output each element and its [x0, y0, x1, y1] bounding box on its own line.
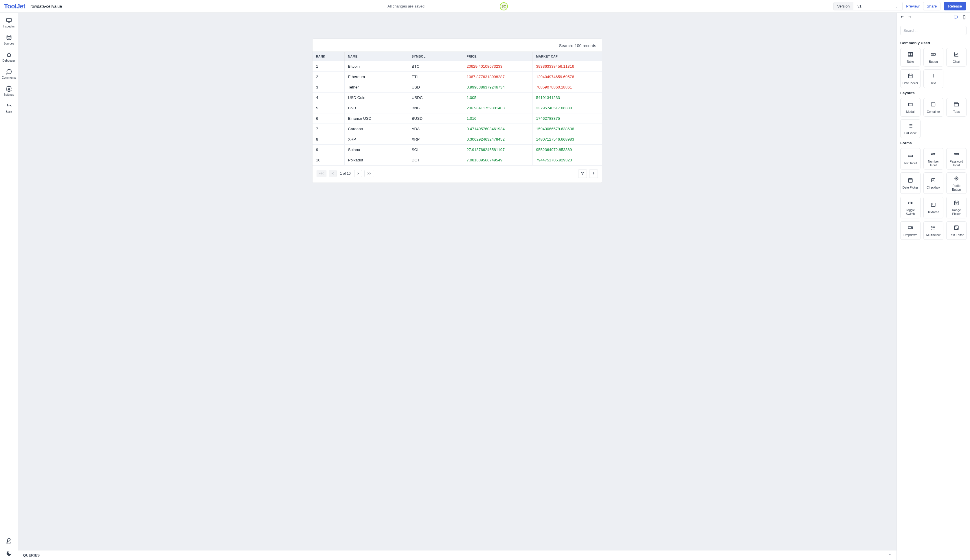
component-tile-modal[interactable]: Modal — [900, 98, 920, 117]
download-icon — [591, 172, 596, 176]
table-row[interactable]: 2EthereumETH1067.87763180982871294049746… — [312, 72, 602, 82]
table-row[interactable]: 9SolanaSOL27.9137662465811979552364972.8… — [312, 145, 602, 155]
col-header-rank[interactable]: RANK — [312, 52, 344, 61]
page-first-button[interactable]: << — [317, 170, 326, 177]
component-tile-tabs[interactable]: Tabs — [946, 98, 967, 117]
component-tile-table[interactable]: Table — [900, 48, 920, 67]
svg-point-3 — [8, 88, 10, 90]
component-tile-dropdown[interactable]: Dropdown — [900, 221, 920, 240]
nav-chat[interactable] — [0, 535, 18, 547]
table-row[interactable]: 4USD CoinUSDC1.00554191341233 — [312, 93, 602, 103]
cell-price: 27.913766246581197 — [463, 145, 533, 155]
version-select-group: Version v1 ⌄ — [833, 2, 903, 10]
nav-debugger[interactable]: Debugger — [0, 48, 18, 66]
cell-name: Bitcoin — [344, 61, 408, 72]
component-tile-chart[interactable]: Chart — [946, 48, 967, 67]
share-button[interactable]: Share — [923, 2, 941, 10]
checkbox-icon — [930, 177, 936, 184]
col-header-name[interactable]: NAME — [344, 52, 408, 61]
table-row[interactable]: 6Binance USDBUSD1.01617462788875 — [312, 113, 602, 124]
component-tile-button[interactable]: OKButton — [923, 48, 944, 67]
radio-button-icon — [953, 176, 959, 182]
nav-back[interactable]: Back — [0, 100, 18, 117]
app-name[interactable]: rowdata-cellvalue — [30, 4, 62, 9]
cell-marketcap: 9552364972.853369 — [533, 145, 602, 155]
filter-button[interactable] — [578, 169, 587, 178]
component-tile-text[interactable]: Text — [923, 69, 944, 88]
nav-comments[interactable]: Comments — [0, 66, 18, 83]
avatar[interactable]: SC — [500, 2, 508, 10]
canvas[interactable]: Search: 100 records RANK NAME SYMBOL PRI… — [18, 13, 897, 550]
component-tile-textarea[interactable]: Textarea — [923, 197, 944, 218]
cell-price: 1.016 — [463, 113, 533, 124]
release-button[interactable]: Release — [944, 2, 966, 10]
component-tile-list-view[interactable]: List View — [900, 120, 920, 138]
component-tile-number-input[interactable]: Number Input — [923, 148, 944, 170]
col-header-price[interactable]: PRICE — [463, 52, 533, 61]
cell-symbol: ETH — [408, 72, 463, 82]
cell-name: USD Coin — [344, 93, 408, 103]
svg-rect-9 — [908, 74, 912, 78]
nav-label: Comments — [2, 76, 16, 79]
component-tile-radio-button[interactable]: Radio Button — [946, 172, 967, 194]
chevron-down-icon: ⌄ — [895, 4, 898, 8]
component-tile-range-picker[interactable]: Range Picker — [946, 197, 967, 218]
nav-sources[interactable]: Sources — [0, 32, 18, 48]
col-header-marketcap[interactable]: MARKET CAP — [533, 52, 602, 61]
desktop-view-button[interactable] — [953, 15, 958, 20]
redo-button[interactable] — [907, 15, 912, 20]
table-row[interactable]: 10PolkadotDOT7.0818395667495497944751705… — [312, 155, 602, 165]
cell-symbol: BUSD — [408, 113, 463, 124]
page-prev-button[interactable]: < — [329, 170, 337, 177]
date-picker-icon — [908, 177, 913, 184]
cell-marketcap: 15943066579.638636 — [533, 124, 602, 134]
table-row[interactable]: 1BitcoinBTC20629.40108673233393363338456… — [312, 61, 602, 72]
table-row[interactable]: 8XRPXRP0.306292463247845214807127546.668… — [312, 134, 602, 145]
undo-button[interactable] — [900, 15, 905, 20]
logo[interactable]: ToolJet — [4, 3, 25, 10]
right-panel: Commonly Used TableOKButtonChartDate Pic… — [897, 13, 970, 560]
cell-name: Polkadot — [344, 155, 408, 165]
nav-settings[interactable]: Settings — [0, 83, 18, 100]
cell-price: 1067.8776318098287 — [463, 72, 533, 82]
version-dropdown[interactable]: v1 ⌄ — [853, 2, 903, 10]
table-widget[interactable]: Search: 100 records RANK NAME SYMBOL PRI… — [312, 39, 602, 183]
nav-theme[interactable] — [0, 547, 18, 560]
component-tile-password-input[interactable]: Password Input — [946, 148, 967, 170]
table-row[interactable]: 3TetherUSDT0.999838637924673470859078860… — [312, 82, 602, 93]
component-tile-toggle-switch[interactable]: Toggle Switch — [900, 197, 920, 218]
component-tile-text-editor[interactable]: Text Editor — [946, 221, 967, 240]
text-editor-icon — [953, 225, 959, 232]
component-tile-text-input[interactable]: Text Input — [900, 148, 920, 170]
queries-panel-toggle[interactable]: QUERIES ⌃ — [18, 550, 897, 560]
cell-price: 0.4714057603461934 — [463, 124, 533, 134]
mobile-view-button[interactable] — [962, 15, 967, 20]
component-tile-multiselect[interactable]: Multiselect — [923, 221, 944, 240]
svg-rect-24 — [932, 203, 935, 207]
filter-icon — [581, 172, 584, 176]
nav-label: Back — [5, 110, 12, 113]
preview-button[interactable]: Preview — [906, 4, 919, 8]
bug-icon — [6, 52, 12, 58]
col-header-symbol[interactable]: SYMBOL — [408, 52, 463, 61]
component-tile-label: Checkbox — [927, 186, 940, 190]
component-tile-date-picker[interactable]: Date Picker — [900, 172, 920, 194]
component-tile-label: Text Input — [904, 162, 917, 165]
component-tile-label: Chart — [953, 60, 960, 63]
component-tile-checkbox[interactable]: Checkbox — [923, 172, 944, 194]
component-search-input[interactable] — [900, 26, 967, 35]
page-next-button[interactable]: > — [354, 170, 362, 177]
table-row[interactable]: 5BNBBNB206.9841175980140833795740517.863… — [312, 103, 602, 113]
component-tile-container[interactable]: Container — [923, 98, 944, 117]
search-input[interactable]: 100 records — [575, 43, 596, 48]
cell-name: Solana — [344, 145, 408, 155]
component-tile-date-picker[interactable]: Date Picker — [900, 69, 920, 88]
component-tile-label: Multiselect — [926, 233, 941, 237]
table-row[interactable]: 7CardanoADA0.471405760346193415943066579… — [312, 124, 602, 134]
nav-inspector[interactable]: Inspector — [0, 15, 18, 32]
download-button[interactable] — [589, 169, 598, 178]
cell-rank: 6 — [312, 113, 344, 124]
desktop-icon — [953, 15, 958, 20]
page-last-button[interactable]: >> — [364, 170, 374, 177]
version-value: v1 — [857, 4, 861, 8]
